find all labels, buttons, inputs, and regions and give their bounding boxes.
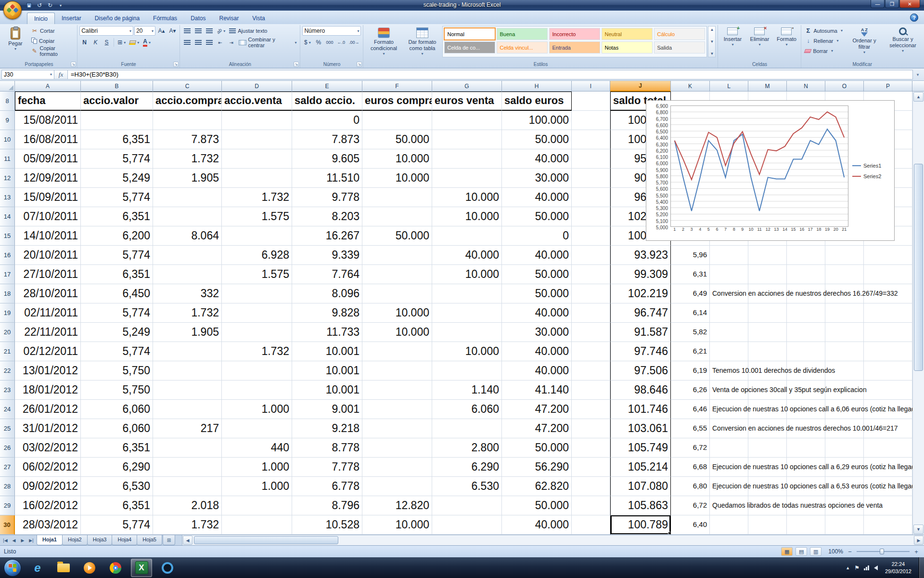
cell-I22[interactable] [572, 361, 610, 381]
cell-style-chip-7[interactable]: Entrada [549, 41, 600, 53]
cell-E10[interactable]: 7.873 [292, 130, 362, 149]
row-header-20[interactable]: 20 [0, 323, 15, 342]
cell-P17[interactable] [864, 265, 912, 284]
office-button[interactable] [3, 1, 22, 19]
row-header-14[interactable]: 14 [0, 207, 15, 226]
select-all-button[interactable] [0, 81, 15, 92]
cell-M30[interactable] [748, 515, 787, 535]
ie-icon[interactable]: e [27, 559, 48, 577]
cell-L20[interactable] [710, 323, 748, 342]
row-header-12[interactable]: 12 [0, 169, 15, 188]
cell-B13[interactable]: 5,774 [81, 188, 153, 207]
taskbar-clock[interactable]: 22:24 29/03/2012 [882, 561, 914, 575]
cell-C13[interactable] [153, 188, 222, 207]
cell-A11[interactable]: 05/09/2011 [15, 149, 81, 169]
insert-cells-button[interactable]: Insertar ▾ [720, 26, 745, 48]
cell-A9[interactable]: 15/08/2011 [15, 111, 81, 130]
cell-E18[interactable]: 8.096 [292, 284, 362, 303]
cell-N20[interactable] [787, 323, 825, 342]
cell-C11[interactable]: 1.732 [153, 149, 222, 169]
cell-C21[interactable] [153, 342, 222, 361]
row-header-13[interactable]: 13 [0, 188, 15, 207]
cell-E13[interactable]: 9.778 [292, 188, 362, 207]
cell-K18[interactable]: 6,49 [671, 284, 710, 303]
cell-K21[interactable]: 6,21 [671, 342, 710, 361]
normal-view-button[interactable]: ▦ [781, 547, 793, 556]
cell-C25[interactable]: 217 [153, 419, 222, 438]
row-header-18[interactable]: 18 [0, 284, 15, 303]
cell-I21[interactable] [572, 342, 610, 361]
cell-style-chip-1[interactable]: Buena [497, 28, 548, 40]
row-header-19[interactable]: 19 [0, 303, 15, 323]
cell-F30[interactable]: 10.000 [362, 515, 432, 535]
cell-A15[interactable]: 14/10/2011 [15, 226, 81, 246]
scroll-down-icon[interactable]: ▼ [913, 525, 924, 534]
gallery-more-button[interactable]: ▼ [708, 52, 715, 56]
cell-L30[interactable] [710, 515, 748, 535]
tray-expand-icon[interactable]: ▲ [846, 565, 850, 570]
cell-H18[interactable]: 50.000 [502, 284, 572, 303]
cell-I27[interactable] [572, 458, 610, 477]
cell-K29[interactable]: 6,72 [671, 496, 710, 515]
cell-F25[interactable] [362, 419, 432, 438]
column-header-B[interactable]: B [81, 81, 153, 92]
cell-I20[interactable] [572, 323, 610, 342]
row-header-28[interactable]: 28 [0, 477, 15, 496]
column-header-P[interactable]: P [864, 81, 912, 92]
vertical-scrollbar[interactable]: ▲ ▼ [912, 92, 924, 535]
explorer-icon[interactable] [53, 559, 74, 577]
insert-function-button[interactable]: fx [54, 70, 68, 79]
cell-G13[interactable]: 10.000 [432, 188, 502, 207]
cell-D13[interactable]: 1.732 [222, 188, 292, 207]
embedded-chart[interactable]: 6,9006,8006,7006,6006,5006,4006,3006,200… [646, 100, 895, 241]
cell-O21[interactable] [825, 342, 864, 361]
format-as-table-button[interactable]: Dar formato como tabla ▾ [404, 26, 440, 57]
cell-H12[interactable]: 30.000 [502, 169, 572, 188]
network-icon[interactable] [864, 565, 870, 570]
cell-I18[interactable] [572, 284, 610, 303]
cell-D27[interactable]: 1.000 [222, 458, 292, 477]
cell-F15[interactable]: 50.000 [362, 226, 432, 246]
cell-G29[interactable] [432, 496, 502, 515]
cell-P26[interactable] [864, 438, 912, 458]
cell-D16[interactable]: 6.928 [222, 246, 292, 265]
cell-L19[interactable] [710, 303, 748, 323]
cell-E21[interactable]: 10.001 [292, 342, 362, 361]
next-sheet-button[interactable]: ▶ [19, 538, 26, 543]
row-header-26[interactable]: 26 [0, 438, 15, 458]
media-player-icon[interactable] [157, 559, 178, 577]
currency-format-button[interactable]: $▾ [302, 38, 312, 47]
cell-C10[interactable]: 7.873 [153, 130, 222, 149]
cell-J21[interactable]: 97.746 [610, 342, 671, 361]
vertical-scrollbar-thumb[interactable] [914, 164, 923, 371]
zoom-slider-thumb[interactable] [880, 549, 884, 554]
cell-C9[interactable] [153, 111, 222, 130]
cell-C8[interactable]: accio.compra [153, 92, 222, 111]
cell-H10[interactable]: 50.000 [502, 130, 572, 149]
column-header-N[interactable]: N [787, 81, 825, 92]
cell-G18[interactable] [432, 284, 502, 303]
cell-E19[interactable]: 9.828 [292, 303, 362, 323]
row-header-27[interactable]: 27 [0, 458, 15, 477]
cell-O30[interactable] [825, 515, 864, 535]
cell-H25[interactable]: 47.200 [502, 419, 572, 438]
cell-G8[interactable]: euros venta [432, 92, 502, 111]
cell-H11[interactable]: 40.000 [502, 149, 572, 169]
cell-C23[interactable] [153, 381, 222, 400]
cell-C18[interactable]: 332 [153, 284, 222, 303]
ribbon-tab-dise-o-de-p-gina[interactable]: Diseño de página [88, 13, 146, 24]
cell-I9[interactable] [572, 111, 610, 130]
cut-button[interactable]: ✂ Cortar [30, 26, 75, 35]
cell-G25[interactable] [432, 419, 502, 438]
horizontal-scrollbar[interactable]: ◀ ▶ [182, 535, 924, 545]
cell-A20[interactable]: 22/11/2011 [15, 323, 81, 342]
cell-K23[interactable]: 6,26 [671, 381, 710, 400]
cell-A29[interactable]: 16/02/2012 [15, 496, 81, 515]
dialog-launcher-icon[interactable]: ↘ [71, 62, 76, 67]
scroll-right-icon[interactable]: ▶ [914, 536, 924, 545]
cell-C19[interactable]: 1.732 [153, 303, 222, 323]
cell-B26[interactable]: 6,351 [81, 438, 153, 458]
cell-I11[interactable] [572, 149, 610, 169]
cell-G14[interactable]: 10.000 [432, 207, 502, 226]
cell-H29[interactable]: 50.000 [502, 496, 572, 515]
